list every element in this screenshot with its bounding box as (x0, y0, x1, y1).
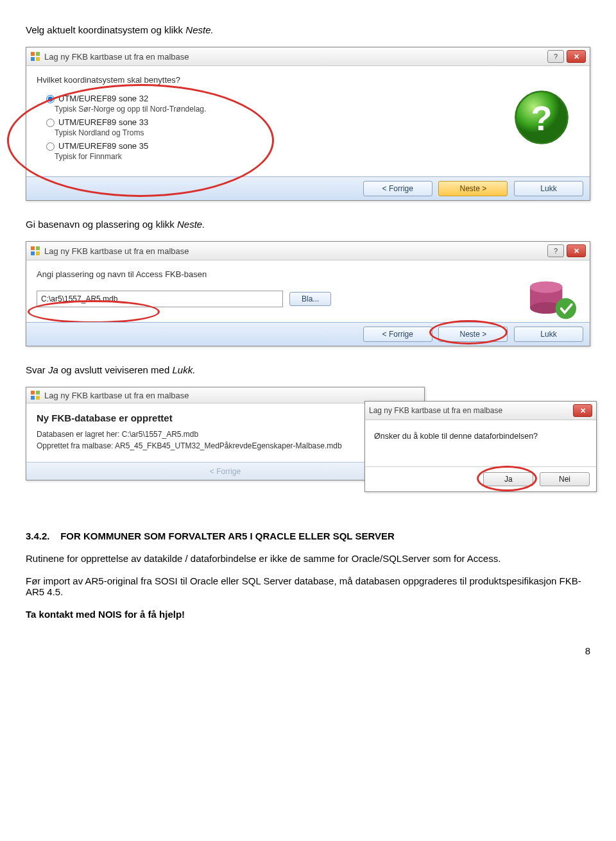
question-mark-icon: ? (513, 89, 570, 146)
dialog-body: Angi plassering og navn til Access FKB-b… (26, 260, 590, 322)
created-line-2: Opprettet fra malbase: AR5_45_FKB45_UTM3… (37, 441, 414, 450)
svg-rect-15 (31, 391, 35, 395)
radio-1-sub: Typisk Sør-Norge og opp til Nord-Trøndel… (55, 105, 579, 114)
help-button[interactable]: ? (547, 244, 564, 257)
instruction-1: Velg aktuelt koordinatsystem og klikk Ne… (26, 24, 590, 35)
dialog-coordinate-system: Lag ny FKB kartbase ut fra en malbase ? … (26, 47, 590, 201)
instruction-2-text: Gi basenavn og plassering og klikk (26, 219, 177, 230)
section-title: FOR KOMMUNER SOM FORVALTER AR5 I QRACLE … (60, 531, 395, 541)
path-input[interactable] (37, 291, 283, 307)
svg-rect-3 (36, 57, 40, 61)
paragraph-2: Før import av AR5-original fra SOSI til … (26, 575, 590, 597)
created-heading: Ny FKB-database er opprettet (37, 412, 414, 423)
dialog-body: Hvilket koordinatsystem skal benyttes? U… (26, 66, 590, 176)
database-icon (524, 276, 582, 324)
dialog-title: Lag ny FKB kartbase ut fra en malbase (44, 246, 547, 256)
svg-rect-9 (36, 251, 40, 255)
svg-rect-17 (31, 396, 35, 400)
prev-button-disabled: < Forrige (210, 467, 241, 476)
help-button[interactable]: ? (547, 50, 564, 63)
prev-button[interactable]: < Forrige (363, 327, 432, 342)
svg-rect-7 (36, 246, 40, 250)
dialog-group: Lag ny FKB kartbase ut fra en malbase Ny… (26, 387, 590, 509)
radio-2-input[interactable] (46, 119, 55, 127)
confirm-footer: Ja Nei (365, 466, 596, 491)
paragraph-3: Ta kontakt med NOIS for å få hjelp! (26, 609, 590, 620)
created-line-1: Databasen er lagret her: C:\ar5\1557_AR5… (37, 430, 414, 439)
svg-text:?: ? (531, 99, 552, 137)
instruction-1-emph: Neste. (185, 24, 213, 35)
next-button[interactable]: Neste > (438, 181, 508, 196)
dialog-title: Lag ny FKB kartbase ut fra en malbase (369, 406, 573, 415)
svg-point-14 (556, 298, 576, 319)
instruction-3-b: Ja (48, 364, 58, 375)
svg-rect-18 (36, 396, 40, 400)
confirm-prompt: Ønsker du å koble til denne dataforbinde… (374, 432, 587, 441)
titlebar: Lag ny FKB kartbase ut fra en malbase ? … (26, 47, 590, 66)
close-icon[interactable]: ✕ (567, 244, 586, 257)
yes-button[interactable]: Ja (483, 472, 533, 486)
radio-3-input[interactable] (46, 142, 55, 151)
titlebar: Lag ny FKB kartbase ut fra en malbase ? … (26, 242, 590, 260)
instruction-3-d: Lukk. (172, 364, 195, 375)
radio-option-1[interactable]: UTM/EUREF89 sone 32 (43, 94, 579, 103)
prompt-text: Hvilket koordinatsystem skal benyttes? (37, 75, 579, 85)
radio-2-sub: Typisk Nordland og Troms (55, 128, 579, 137)
radio-3-label: UTM/EUREF89 sone 35 (58, 141, 148, 151)
svg-rect-2 (31, 57, 35, 61)
instruction-1-text: Velg aktuelt koordinatsystem og klikk (26, 24, 185, 35)
instruction-3-a: Svar (26, 364, 48, 375)
radio-option-3[interactable]: UTM/EUREF89 sone 35 (43, 141, 579, 151)
app-icon (30, 51, 40, 62)
close-icon[interactable]: ✕ (567, 50, 586, 63)
close-button[interactable]: Lukk (514, 327, 583, 342)
wizard-footer: < Forrige Neste > Lukk (26, 176, 590, 200)
svg-rect-8 (31, 251, 35, 255)
next-button[interactable]: Neste > (438, 327, 508, 342)
wizard-footer: < Forrige Neste > Lukk (26, 322, 590, 346)
app-icon (30, 390, 40, 400)
prompt-text: Angi plassering og navn til Access FKB-b… (37, 269, 579, 279)
svg-point-13 (530, 282, 562, 293)
titlebar: Lag ny FKB kartbase ut fra en malbase ✕ (365, 402, 596, 420)
dialog-title: Lag ny FKB kartbase ut fra en malbase (44, 391, 420, 400)
path-row: Bla... (37, 291, 579, 307)
browse-button[interactable]: Bla... (289, 292, 331, 306)
radio-2-label: UTM/EUREF89 sone 33 (58, 117, 148, 127)
app-icon (30, 246, 40, 256)
radio-1-input[interactable] (46, 95, 55, 103)
radio-3-sub: Typisk for Finnmark (55, 152, 579, 161)
close-button[interactable]: Lukk (514, 181, 583, 196)
dialog-connect-confirm: Lag ny FKB kartbase ut fra en malbase ✕ … (364, 401, 597, 492)
svg-rect-6 (31, 246, 35, 250)
section-number: 3.4.2. (26, 531, 50, 541)
dialog-title: Lag ny FKB kartbase ut fra en malbase (44, 52, 547, 62)
instruction-2: Gi basenavn og plassering og klikk Neste… (26, 219, 590, 230)
page-number: 8 (26, 645, 590, 656)
close-icon[interactable]: ✕ (573, 404, 592, 417)
paragraph-1: Rutinene for opprettelse av datakilde / … (26, 553, 590, 564)
instruction-3: Svar Ja og avslutt veiviseren med Lukk. (26, 364, 590, 375)
radio-option-2[interactable]: UTM/EUREF89 sone 33 (43, 117, 579, 127)
radio-1-label: UTM/EUREF89 sone 32 (58, 94, 148, 103)
section-heading: 3.4.2. FOR KOMMUNER SOM FORVALTER AR5 I … (26, 531, 590, 541)
instruction-2-emph: Neste. (177, 219, 205, 230)
prev-button[interactable]: < Forrige (363, 181, 432, 196)
svg-rect-0 (31, 52, 35, 56)
dialog-body: Ønsker du å koble til denne dataforbinde… (365, 420, 596, 466)
svg-rect-1 (36, 52, 40, 56)
dialog-path: Lag ny FKB kartbase ut fra en malbase ? … (26, 241, 590, 346)
svg-rect-16 (36, 391, 40, 395)
no-button[interactable]: Nei (540, 472, 590, 486)
instruction-3-c: og avslutt veiviseren med (58, 364, 173, 375)
